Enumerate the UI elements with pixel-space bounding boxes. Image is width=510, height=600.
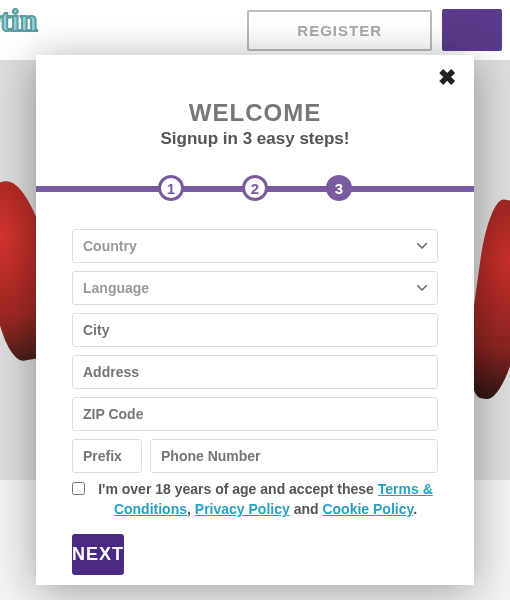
close-icon[interactable]: ✖ (438, 67, 456, 89)
modal-scroll[interactable]: WELCOME Signup in 3 easy steps! 1 2 3 Co… (36, 55, 474, 585)
consent-row: I'm over 18 years of age and accept thes… (64, 479, 446, 520)
modal-subtitle: Signup in 3 easy steps! (64, 129, 446, 149)
step-3: 3 (326, 175, 352, 201)
zip-input[interactable] (72, 397, 438, 431)
step-1: 1 (158, 175, 184, 201)
country-select[interactable]: Country (72, 229, 438, 263)
login-button[interactable] (442, 9, 502, 51)
next-button[interactable]: NEXT (72, 534, 124, 575)
cookie-link[interactable]: Cookie Policy (322, 501, 413, 517)
step-indicator: 1 2 3 (36, 175, 474, 203)
city-input[interactable] (72, 313, 438, 347)
phone-prefix-input[interactable] (72, 439, 142, 473)
privacy-link[interactable]: Privacy Policy (195, 501, 290, 517)
consent-text: I'm over 18 years of age and accept thes… (93, 479, 438, 520)
modal-title: WELCOME (64, 99, 446, 127)
site-logo: artin (0, 2, 38, 39)
signup-form: Country Language (64, 229, 446, 473)
step-2: 2 (242, 175, 268, 201)
register-button[interactable]: REGISTER (247, 10, 432, 51)
signup-modal: ✖ WELCOME Signup in 3 easy steps! 1 2 3 … (36, 55, 474, 585)
language-select[interactable]: Language (72, 271, 438, 305)
address-input[interactable] (72, 355, 438, 389)
background-header: artin REGISTER (0, 0, 510, 60)
phone-number-input[interactable] (150, 439, 438, 473)
consent-checkbox[interactable] (72, 482, 85, 495)
